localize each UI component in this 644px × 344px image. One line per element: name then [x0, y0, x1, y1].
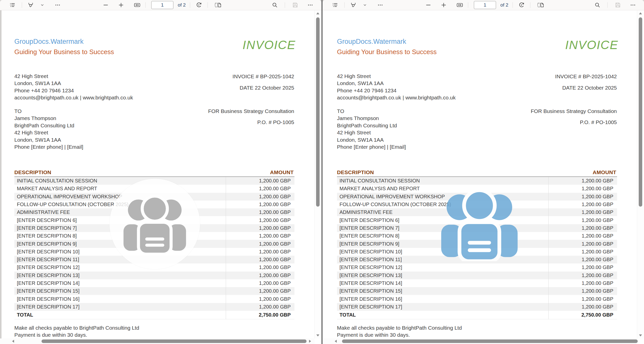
total-label: TOTAL	[14, 312, 33, 318]
scroll-down-arrow[interactable]	[639, 334, 642, 336]
table-row: [ENTER DESCRIPTION 14]1,200.00 GBP	[14, 279, 294, 287]
table-row: [ENTER DESCRIPTION 12]1,200.00 GBP	[337, 263, 617, 271]
row-amount: 1,200.00 GBP	[582, 241, 613, 247]
row-description: INITIAL CONSULTATION SESSION	[14, 178, 97, 184]
page-number-input[interactable]	[151, 1, 173, 9]
page-view-icon[interactable]	[213, 1, 223, 9]
horizontal-scroll-thumb[interactable]	[42, 339, 307, 343]
horizontal-scroll-thumb[interactable]	[342, 339, 638, 343]
row-description: INITIAL CONSULTATION SESSION	[337, 178, 420, 184]
row-description: [ENTER DESCRIPTION 9]	[14, 241, 77, 247]
payment-terms: Make all checks payable to BrightPath Co…	[14, 324, 139, 339]
toc-icon[interactable]	[8, 1, 17, 9]
table-header-row: DESCRIPTION AMOUNT	[14, 169, 294, 177]
row-amount: 1,200.00 GBP	[259, 288, 291, 294]
row-amount: 1,200.00 GBP	[259, 209, 291, 215]
toolbar-separator	[345, 2, 345, 8]
row-amount: 1,200.00 GBP	[582, 304, 613, 310]
scroll-left-arrow[interactable]	[335, 340, 337, 343]
invoice-date: DATE 22 October 2025	[240, 85, 294, 91]
fit-width-button[interactable]	[132, 1, 142, 9]
row-amount: 1,200.00 GBP	[259, 257, 291, 262]
zoom-in-button[interactable]	[117, 1, 125, 9]
scroll-up-arrow[interactable]	[639, 12, 642, 14]
toolbar-separator	[468, 2, 468, 8]
pen-icon[interactable]	[349, 1, 358, 9]
amount-column-header: AMOUNT	[593, 169, 616, 175]
row-amount: 1,200.00 GBP	[582, 202, 613, 207]
chevron-down-icon[interactable]	[362, 2, 368, 8]
scroll-left-arrow[interactable]	[12, 340, 14, 343]
horizontal-scrollbar[interactable]	[0, 338, 315, 344]
row-amount: 1,200.00 GBP	[259, 296, 291, 302]
row-description: [ENTER DESCRIPTION 17]	[337, 304, 402, 310]
zoom-out-button[interactable]	[424, 1, 433, 9]
company-tagline: Guiding Your Business to Success	[14, 48, 114, 56]
search-icon[interactable]	[271, 1, 279, 9]
more-options-icon[interactable]	[376, 1, 384, 9]
zoom-out-button[interactable]	[101, 1, 110, 9]
save-icon[interactable]	[614, 1, 622, 9]
invoice-for: FOR Business Strategy Consultation	[208, 108, 294, 114]
payment-terms: Make all checks payable to BrightPath Co…	[337, 324, 462, 339]
scroll-down-arrow[interactable]	[316, 334, 319, 336]
rotate-icon[interactable]	[517, 1, 526, 10]
row-description: [ENTER DESCRIPTION 7]	[337, 225, 399, 231]
search-icon[interactable]	[593, 1, 602, 9]
toolbar-separator	[208, 2, 208, 8]
more-options-icon[interactable]	[629, 1, 637, 9]
row-description: [ENTER DESCRIPTION 12]	[337, 264, 402, 270]
scroll-up-arrow[interactable]	[316, 12, 319, 14]
page-number-input[interactable]	[474, 1, 496, 9]
vertical-scroll-thumb[interactable]	[639, 17, 642, 207]
amount-column-header: AMOUNT	[270, 169, 294, 175]
toc-icon[interactable]	[331, 1, 339, 9]
toolbar-separator	[530, 2, 531, 8]
save-icon[interactable]	[291, 1, 299, 9]
table-row: [ENTER DESCRIPTION 16]1,200.00 GBP	[337, 295, 617, 303]
row-description: FOLLOW-UP CONSULTATION (OCTOBER 2025)	[14, 202, 128, 207]
table-total-row: TOTAL 2,750.00 GBP	[14, 311, 294, 319]
row-amount: 1,200.00 GBP	[582, 233, 613, 239]
more-options-icon[interactable]	[306, 1, 314, 9]
row-amount: 1,200.00 GBP	[259, 202, 291, 207]
fit-width-button[interactable]	[455, 1, 465, 9]
row-description: [ENTER DESCRIPTION 13]	[14, 273, 80, 278]
more-options-icon[interactable]	[54, 1, 62, 9]
table-header-row: DESCRIPTION AMOUNT	[337, 169, 617, 177]
vertical-scrollbar[interactable]	[314, 10, 321, 338]
row-description: [ENTER DESCRIPTION 9]	[337, 241, 399, 247]
row-amount: 1,200.00 GBP	[582, 249, 613, 255]
zoom-in-button[interactable]	[439, 1, 448, 9]
invoice-number: INVOICE # BP-2025-1042	[233, 73, 294, 80]
scroll-right-arrow[interactable]	[309, 340, 311, 343]
invoice-po-number: P.O. # PO-1005	[257, 119, 294, 125]
invoice-date: DATE 22 October 2025	[562, 85, 617, 91]
row-amount: 1,200.00 GBP	[259, 304, 291, 310]
row-description: [ENTER DESCRIPTION 16]	[337, 296, 402, 302]
company-tagline: Guiding Your Business to Success	[337, 48, 437, 56]
toolbar-separator	[190, 2, 190, 8]
pen-icon[interactable]	[26, 1, 35, 9]
row-description: [ENTER DESCRIPTION 10]	[14, 249, 80, 255]
description-column-header: DESCRIPTION	[14, 169, 51, 175]
table-row: [ENTER DESCRIPTION 17]1,200.00 GBP	[14, 303, 294, 311]
row-amount: 1,200.00 GBP	[582, 264, 613, 270]
row-amount: 1,200.00 GBP	[582, 257, 613, 262]
row-description: [ENTER DESCRIPTION 16]	[14, 296, 80, 302]
people-group-icon	[121, 193, 189, 254]
vertical-scrollbar[interactable]	[637, 10, 644, 338]
vertical-scroll-thumb[interactable]	[316, 17, 320, 207]
row-description: ADMINISTRATIVE FEE	[337, 209, 393, 215]
row-amount: 1,200.00 GBP	[259, 186, 291, 192]
rotate-icon[interactable]	[194, 1, 203, 10]
page-view-icon[interactable]	[536, 1, 545, 9]
table-column-divider	[226, 177, 226, 319]
row-description: [ENTER DESCRIPTION 11]	[14, 257, 79, 262]
row-amount: 1,200.00 GBP	[582, 178, 613, 184]
row-description: [ENTER DESCRIPTION 8]	[337, 233, 399, 239]
document-page: GroupDocs.Watermark Guiding Your Busines…	[323, 10, 644, 344]
chevron-down-icon[interactable]	[39, 2, 45, 8]
horizontal-scrollbar[interactable]	[323, 338, 637, 344]
row-amount: 1,200.00 GBP	[259, 280, 291, 286]
